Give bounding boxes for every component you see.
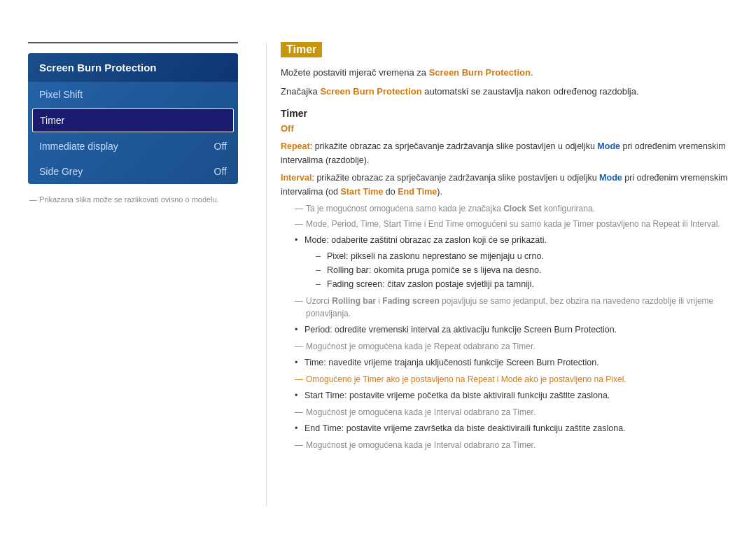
- footnote: Prikazana slika može se razlikovati ovis…: [28, 195, 238, 204]
- bullet-period-section: Period: odredite vremenski interval za a…: [295, 323, 728, 337]
- sub-bullet-pixel: Pixel: pikseli na zaslonu neprestano se …: [316, 249, 728, 263]
- bullet-period: Period: odredite vremenski interval za a…: [295, 323, 728, 337]
- menu-title: Screen Burn Protection: [28, 53, 238, 82]
- sub-section-timer: Timer: [281, 108, 728, 119]
- note-uzorci: Uzorci Rolling bar i Fading screen pojav…: [295, 295, 728, 320]
- interval-description: Interval: prikažite obrazac za sprječava…: [281, 171, 728, 199]
- left-panel: Screen Burn Protection Pixel Shift Timer…: [28, 42, 238, 506]
- repeat-description: Repeat: prikažite obrazac za sprječavanj…: [281, 139, 728, 167]
- sub-bullet-rolling-bar: Rolling bar: okomita pruga pomiče se s l…: [316, 263, 728, 277]
- top-divider: [28, 42, 238, 43]
- note-endtime: Mogućnost je omogućena kada je Interval …: [295, 439, 728, 451]
- bullet-mode-section: Mode: odaberite zaštitni obrazac za zasl…: [295, 233, 728, 291]
- note-clock-set: Ta je mogućnost omogućena samo kada je z…: [295, 202, 728, 215]
- menu-item-immediate-display[interactable]: Immediate display Off: [28, 134, 238, 159]
- note-starttime: Mogućnost je omogućena kada je Interval …: [295, 406, 728, 419]
- status-off: Off: [281, 123, 728, 134]
- bullet-time: Time: navedite vrijeme trajanja uključen…: [295, 356, 728, 370]
- bullet-start-time: Start Time: postavite vrijeme početka da…: [295, 388, 728, 402]
- menu-item-timer[interactable]: Timer: [32, 108, 234, 132]
- section-title: Timer: [281, 42, 322, 57]
- right-panel: Timer Možete postaviti mjerač vremena za…: [266, 42, 728, 506]
- menu-box: Screen Burn Protection Pixel Shift Timer…: [28, 53, 238, 184]
- intro-text-1: Možete postaviti mjerač vremena za Scree…: [281, 66, 728, 80]
- menu-item-pixel-shift[interactable]: Pixel Shift: [28, 82, 238, 107]
- note-period: Mogućnost je omogućena kada je Repeat od…: [295, 340, 728, 353]
- bullet-time-section: Time: navedite vrijeme trajanja uključen…: [295, 356, 728, 370]
- note-mode-period: Mode, Period, Time, Start Time i End Tim…: [295, 218, 728, 230]
- intro-text-2: Značajka Screen Burn Protection automats…: [281, 85, 728, 99]
- bullet-end-time: End Time: postavite vrijeme završetka da…: [295, 421, 728, 435]
- bullet-endtime-section: End Time: postavite vrijeme završetka da…: [295, 421, 728, 435]
- bullet-mode: Mode: odaberite zaštitni obrazac za zasl…: [295, 233, 728, 247]
- note-time: Omogućeno je Timer ako je postavljeno na…: [295, 373, 728, 386]
- sub-bullet-fading-screen: Fading screen: čitav zaslon postaje svje…: [316, 277, 728, 291]
- bullet-starttime-section: Start Time: postavite vrijeme početka da…: [295, 388, 728, 402]
- menu-item-side-grey[interactable]: Side Grey Off: [28, 159, 238, 184]
